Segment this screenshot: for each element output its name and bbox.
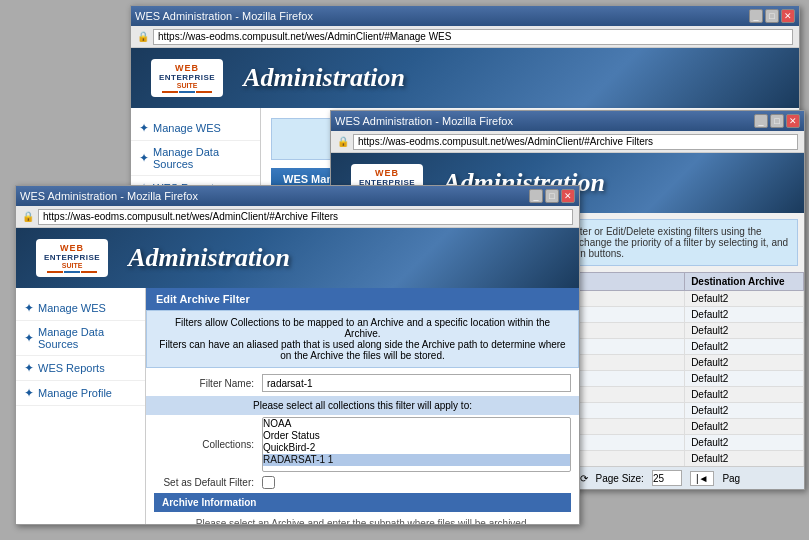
minimize-btn-1[interactable]: _ [749,9,763,23]
titlebar-1: WES Administration - Mozilla Firefox _ □… [131,6,799,26]
logo-web-2: WEB [375,168,399,178]
url-input-2[interactable] [353,134,798,150]
close-btn-1[interactable]: ✕ [781,9,795,23]
page-suffix: Pag [722,473,740,484]
collections-label: Collections: [154,439,254,450]
page-size-input[interactable] [652,470,682,486]
label-3-manage-wes: Manage WES [38,302,106,314]
minimize-btn-2[interactable]: _ [754,114,768,128]
url-input-3[interactable] [38,209,573,225]
window2-title: WES Administration - Mozilla Firefox [335,115,513,127]
default-filter-label: Set as Default Filter: [154,477,254,488]
titlebar-3: WES Administration - Mozilla Firefox _ □… [16,186,579,206]
icon-3-data-sources: ✦ [24,331,34,345]
sidebar3-data-sources[interactable]: ✦ Manage Data Sources [16,321,145,356]
window1-title: WES Administration - Mozilla Firefox [135,10,313,22]
edit-filter-title: Edit Archive Filter [156,293,250,305]
lock-icon-3: 🔒 [22,211,34,222]
filter-info-line1: Filters allow Collections to be mapped t… [157,317,568,339]
close-btn-3[interactable]: ✕ [561,189,575,203]
default-filter-row: Set as Default Filter: [146,476,579,489]
label-3-reports: WES Reports [38,362,105,374]
addressbar-2: 🔒 [331,131,804,153]
archive-info-line1: Please select an Archive and enter the s… [146,516,579,524]
window1-controls[interactable]: _ □ ✕ [749,9,795,23]
filter-info-line2: Filters can have an aliased path that is… [157,339,568,361]
logo-web-1: WEB [175,63,199,73]
sidebar-3: ✦ Manage WES ✦ Manage Data Sources ✦ WES… [16,288,146,524]
titlebar-2: WES Administration - Mozilla Firefox _ □… [331,111,804,131]
refresh-icon: ⟳ [580,473,588,484]
addressbar-3: 🔒 [16,206,579,228]
sidebar-label-manage-wes: Manage WES [153,122,221,134]
icon-3-reports: ✦ [24,361,34,375]
option-order-status[interactable]: Order Status [263,430,570,442]
edit-filter-header: Edit Archive Filter [146,288,579,310]
logo-enterprise-3: ENTERPRISE [44,253,100,262]
url-input-1[interactable] [153,29,793,45]
maximize-btn-2[interactable]: □ [770,114,784,128]
option-radarsat[interactable]: RADARSAT-1 1 [263,454,570,466]
default-filter-checkbox[interactable] [262,476,275,489]
lock-icon-2: 🔒 [337,136,349,147]
app-header-1: WEB ENTERPRISE SUITE Administration [131,48,799,108]
first-page-btn[interactable]: |◄ [690,471,715,486]
sidebar-item-data-sources[interactable]: ✦ Manage Data Sources [131,141,260,176]
collections-listbox[interactable]: NOAA Order Status QuickBird-2 RADARSAT-1… [262,417,571,472]
archive-info-title: Archive Information [154,493,571,512]
logo-suite-1: SUITE [177,82,198,89]
app-title-3: Administration [128,243,290,273]
window3-title: WES Administration - Mozilla Firefox [20,190,198,202]
logo-3: WEB ENTERPRISE SUITE [36,239,108,277]
filter-name-label: Filter Name: [154,378,254,389]
window3-controls[interactable]: _ □ ✕ [529,189,575,203]
app-header-3: WEB ENTERPRISE SUITE Administration [16,228,579,288]
option-quickbird[interactable]: QuickBird-2 [263,442,570,454]
app-title-1: Administration [243,63,405,93]
window-3: WES Administration - Mozilla Firefox _ □… [15,185,580,525]
sidebar-item-manage-wes[interactable]: ✦ Manage WES [131,116,260,141]
window2-controls[interactable]: _ □ ✕ [754,114,800,128]
addressbar-1: 🔒 [131,26,799,48]
page-size-label-text: Page Size: [596,473,644,484]
manage-wes-icon: ✦ [139,121,149,135]
sidebar3-manage-wes[interactable]: ✦ Manage WES [16,296,145,321]
filter-name-row: Filter Name: [146,374,579,392]
data-sources-icon: ✦ [139,151,149,165]
label-3-data-sources: Manage Data Sources [38,326,137,350]
sidebar-label-data-sources: Manage Data Sources [153,146,252,170]
label-3-profile: Manage Profile [38,387,112,399]
sidebar3-profile[interactable]: ✦ Manage Profile [16,381,145,406]
logo-1: WEB ENTERPRISE SUITE [151,59,223,97]
minimize-btn-3[interactable]: _ [529,189,543,203]
maximize-btn-3[interactable]: □ [545,189,559,203]
maximize-btn-1[interactable]: □ [765,9,779,23]
logo-suite-3: SUITE [62,262,83,269]
collections-row: Collections: NOAA Order Status QuickBird… [146,417,579,472]
logo-enterprise-1: ENTERPRISE [159,73,215,82]
sidebar3-reports[interactable]: ✦ WES Reports [16,356,145,381]
collections-select-info: Please select all collections this filte… [146,396,579,415]
close-btn-2[interactable]: ✕ [786,114,800,128]
option-noaa[interactable]: NOAA [263,418,570,430]
logo-web-3: WEB [60,243,84,253]
filter-info-box: Filters allow Collections to be mapped t… [146,310,579,368]
icon-3-manage-wes: ✦ [24,301,34,315]
lock-icon-1: 🔒 [137,31,149,42]
col-dest-archive: Destination Archive [685,273,804,291]
icon-3-profile: ✦ [24,386,34,400]
filter-name-input[interactable] [262,374,571,392]
